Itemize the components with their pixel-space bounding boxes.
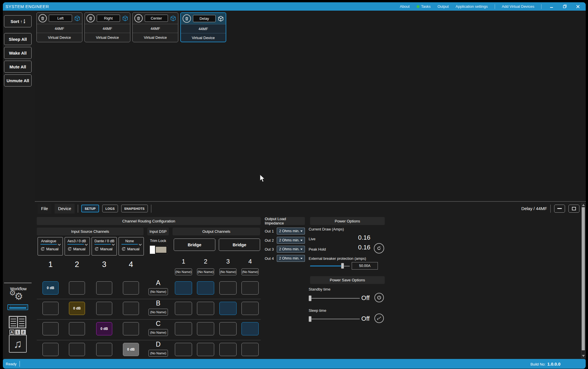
breaker-value-box[interactable]: 50.00A: [352, 262, 378, 270]
reset-peak-button[interactable]: [374, 243, 384, 253]
breaker-slider-thumb[interactable]: [341, 263, 344, 269]
panel-minimize-button[interactable]: [554, 205, 565, 213]
gain-mode[interactable]: Manual: [94, 247, 117, 251]
wake-all-button[interactable]: Wake All: [4, 47, 32, 59]
channel-name-button-d[interactable]: (No Name): [148, 350, 168, 357]
output-route-cell-a1[interactable]: [175, 281, 192, 295]
input-gain-cell-d1[interactable]: [42, 343, 59, 356]
out3-impedance-select[interactable]: 2 Ohms min.: [277, 246, 305, 253]
tab-logs[interactable]: LOGS: [102, 205, 118, 212]
input-gain-cell-c1[interactable]: [42, 322, 59, 335]
device-name-button[interactable]: Delay: [193, 15, 216, 22]
output-route-cell-b2[interactable]: [197, 302, 214, 315]
input-gain-cell-c4[interactable]: [123, 322, 139, 335]
sleep-all-button[interactable]: Sleep All: [4, 33, 32, 45]
out1-impedance-select[interactable]: 2 Ohms min.: [277, 228, 305, 235]
output-route-cell-d2[interactable]: [197, 343, 214, 356]
gain-mode[interactable]: Manual: [40, 247, 63, 251]
output-name-button-3[interactable]: (No Name): [219, 268, 237, 275]
output-route-cell-a3[interactable]: [219, 281, 237, 295]
tab-snapshots[interactable]: SNAPSHOTS: [121, 205, 148, 212]
menu-about[interactable]: About: [400, 4, 410, 9]
output-route-cell-a4[interactable]: [241, 281, 259, 295]
panel-scrollbar[interactable]: [581, 203, 585, 358]
device-card-left[interactable]: Left 44MF Virtual Device: [36, 12, 82, 42]
device-name-button[interactable]: Left: [49, 15, 72, 22]
output-route-cell-a2[interactable]: [197, 281, 214, 295]
input-source-select-1[interactable]: Analogue Manual: [38, 237, 63, 255]
out2-impedance-select[interactable]: 2 Ohms min.: [277, 237, 305, 244]
menu-tasks[interactable]: Tasks: [417, 4, 431, 9]
scroll-up-icon[interactable]: [582, 204, 585, 206]
input-gain-cell-c2[interactable]: [69, 322, 85, 335]
device-name-button[interactable]: Right: [97, 15, 120, 22]
standby-slider-thumb[interactable]: [309, 295, 312, 301]
output-route-cell-d4[interactable]: [241, 343, 259, 356]
output-route-cell-b4[interactable]: [241, 302, 259, 315]
device-card-delay-selected[interactable]: Delay 44MF Virtual Device: [180, 12, 226, 42]
input-gain-cell-c3[interactable]: 0 dB: [96, 322, 112, 335]
unmute-all-button[interactable]: Unmute All: [4, 74, 32, 87]
sleep-button[interactable]: z z z: [374, 314, 384, 323]
mute-all-button[interactable]: Mute All: [4, 61, 32, 73]
output-route-cell-b1[interactable]: [175, 302, 192, 315]
output-name-button-1[interactable]: (No Name): [175, 268, 192, 275]
output-name-button-2[interactable]: (No Name): [197, 268, 214, 275]
sort-button[interactable]: Sort ↑ 19: [4, 15, 32, 27]
input-gain-cell-a2[interactable]: [69, 281, 85, 295]
out4-impedance-select[interactable]: 2 Ohms min.: [277, 255, 305, 262]
input-gain-cell-a4[interactable]: [123, 281, 139, 295]
output-route-cell-c1[interactable]: [175, 322, 192, 335]
delete-device-icon[interactable]: [183, 14, 191, 23]
device-card-right[interactable]: Right 44MF Virtual Device: [84, 12, 130, 42]
sleep-slider-track[interactable]: [309, 319, 360, 319]
workflow-media-button[interactable]: ♫: [9, 335, 27, 353]
menu-device[interactable]: Device: [55, 204, 75, 214]
bridge-button-3-4[interactable]: Bridge: [219, 239, 260, 251]
panel-maximize-button[interactable]: [568, 205, 579, 213]
sleep-slider-thumb[interactable]: [309, 316, 312, 322]
channel-name-button-b[interactable]: (No Name): [148, 309, 168, 316]
delete-device-icon[interactable]: [134, 14, 143, 22]
input-gain-cell-a1[interactable]: 0 dB: [42, 281, 59, 295]
gain-mode[interactable]: Manual: [121, 247, 144, 251]
scroll-down-icon[interactable]: [582, 355, 585, 357]
input-gain-cell-b3[interactable]: [96, 302, 112, 315]
delete-device-icon[interactable]: [86, 14, 95, 22]
restore-icon[interactable]: [562, 4, 568, 9]
input-gain-cell-b4[interactable]: [123, 302, 139, 315]
channel-name-button-a[interactable]: (No Name): [148, 288, 168, 295]
minimize-icon[interactable]: [548, 4, 555, 9]
output-route-cell-d3[interactable]: [219, 343, 237, 356]
input-gain-cell-b1[interactable]: [42, 302, 59, 315]
trim-lock-toggle[interactable]: [150, 245, 168, 254]
workflow-design-button[interactable]: ⚙⚙: [4, 292, 32, 312]
channel-name-button-c[interactable]: (No Name): [148, 329, 168, 336]
output-name-button-4[interactable]: (No Name): [241, 268, 259, 275]
delete-device-icon[interactable]: [38, 14, 47, 22]
output-route-cell-b3[interactable]: [219, 302, 237, 315]
device-card-center[interactable]: Center 44MF Virtual Device: [132, 12, 178, 42]
input-gain-cell-d4[interactable]: 0 dB: [123, 343, 139, 356]
bridge-button-1-2[interactable]: Bridge: [174, 239, 215, 251]
scrollbar-thumb[interactable]: [582, 207, 585, 350]
input-gain-cell-d2[interactable]: [69, 343, 85, 356]
tab-setup[interactable]: SETUP: [81, 205, 99, 212]
close-icon[interactable]: [575, 4, 581, 9]
input-source-select-2[interactable]: Aes3 / 0 dB Manual: [65, 237, 90, 255]
device-name-button[interactable]: Center: [145, 15, 168, 22]
output-route-cell-c3[interactable]: [219, 322, 237, 335]
standby-power-button[interactable]: [374, 293, 384, 302]
output-route-cell-c2[interactable]: [197, 322, 214, 335]
output-route-cell-d1[interactable]: [175, 343, 192, 356]
menu-file[interactable]: File: [38, 204, 51, 214]
input-gain-cell-b2[interactable]: 0 dB: [69, 302, 85, 315]
menu-output[interactable]: Output: [438, 4, 449, 9]
output-route-cell-c4[interactable]: [241, 322, 259, 335]
input-gain-cell-a3[interactable]: [96, 281, 112, 295]
input-source-select-4[interactable]: None Manual: [119, 237, 144, 255]
menu-add-virtual-devices[interactable]: Add Virtual Devices: [502, 4, 534, 9]
standby-slider-track[interactable]: [309, 298, 360, 299]
gain-mode[interactable]: Manual: [67, 247, 90, 251]
input-source-select-3[interactable]: Dante / 0 dB Manual: [92, 237, 117, 255]
